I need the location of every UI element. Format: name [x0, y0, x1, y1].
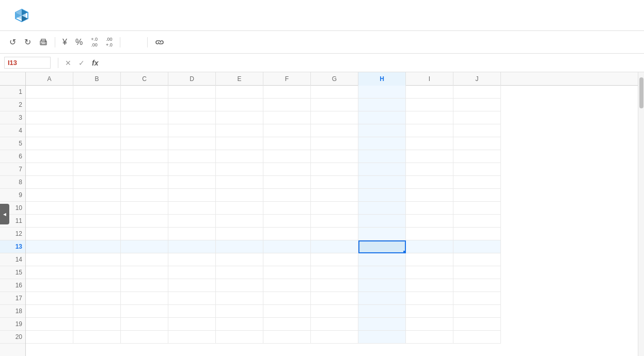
cell-A18[interactable] [26, 305, 73, 318]
cell-I3[interactable] [406, 111, 453, 124]
cell-H3[interactable] [358, 111, 406, 124]
formula-cancel-button[interactable]: ✕ [62, 58, 74, 68]
cell-E19[interactable] [216, 318, 263, 331]
cell-I17[interactable] [406, 292, 453, 305]
row-header-6[interactable]: 6 [0, 150, 25, 163]
cell-E9[interactable] [216, 189, 263, 202]
cell-I2[interactable] [406, 99, 453, 111]
col-header-D[interactable]: D [168, 72, 216, 86]
cell-I15[interactable] [406, 266, 453, 279]
cell-B19[interactable] [73, 318, 121, 331]
cell-B7[interactable] [73, 163, 121, 176]
cell-J3[interactable] [453, 111, 501, 124]
cell-E1[interactable] [216, 86, 263, 99]
cell-H14[interactable] [358, 253, 406, 266]
cell-E2[interactable] [216, 99, 263, 111]
cell-G10[interactable] [311, 202, 358, 215]
cell-J9[interactable] [453, 189, 501, 202]
cell-J5[interactable] [453, 137, 501, 150]
formula-confirm-button[interactable]: ✓ [76, 58, 87, 68]
cell-I4[interactable] [406, 124, 453, 137]
cell-B20[interactable] [73, 331, 121, 344]
cell-B5[interactable] [73, 137, 121, 150]
cell-B18[interactable] [73, 305, 121, 318]
cell-A16[interactable] [26, 279, 73, 292]
cell-A12[interactable] [26, 228, 73, 240]
cell-B1[interactable] [73, 86, 121, 99]
cell-I10[interactable] [406, 202, 453, 215]
cell-reference-input[interactable] [4, 57, 51, 69]
cell-C16[interactable] [121, 279, 168, 292]
col-header-B[interactable]: B [73, 72, 121, 86]
cell-H12[interactable] [358, 228, 406, 240]
cell-D8[interactable] [168, 176, 216, 189]
cell-I1[interactable] [406, 86, 453, 99]
cell-C17[interactable] [121, 292, 168, 305]
cell-I20[interactable] [406, 331, 453, 344]
cell-H11[interactable] [358, 215, 406, 228]
cell-E8[interactable] [216, 176, 263, 189]
cell-E11[interactable] [216, 215, 263, 228]
cell-F18[interactable] [263, 305, 311, 318]
cell-F7[interactable] [263, 163, 311, 176]
cell-D15[interactable] [168, 266, 216, 279]
cell-E4[interactable] [216, 124, 263, 137]
cell-G2[interactable] [311, 99, 358, 111]
side-tab[interactable]: ◂ [0, 204, 9, 224]
col-header-C[interactable]: C [121, 72, 168, 86]
vertical-scrollbar[interactable] [638, 72, 644, 356]
row-header-3[interactable]: 3 [0, 111, 25, 124]
cell-G14[interactable] [311, 253, 358, 266]
cell-C18[interactable] [121, 305, 168, 318]
font-dropdown[interactable] [135, 40, 143, 44]
cell-J18[interactable] [453, 305, 501, 318]
row-header-13[interactable]: 13 [0, 240, 25, 253]
cell-H15[interactable] [358, 266, 406, 279]
cell-I8[interactable] [406, 176, 453, 189]
cell-C13[interactable] [121, 240, 168, 253]
cell-I12[interactable] [406, 228, 453, 240]
cell-E5[interactable] [216, 137, 263, 150]
cell-C14[interactable] [121, 253, 168, 266]
cell-F19[interactable] [263, 318, 311, 331]
cell-J15[interactable] [453, 266, 501, 279]
cell-J4[interactable] [453, 124, 501, 137]
cell-F8[interactable] [263, 176, 311, 189]
cell-B12[interactable] [73, 228, 121, 240]
cell-F15[interactable] [263, 266, 311, 279]
cell-I19[interactable] [406, 318, 453, 331]
cell-H10[interactable] [358, 202, 406, 215]
cell-J13[interactable] [453, 240, 501, 253]
cell-H17[interactable] [358, 292, 406, 305]
cell-D18[interactable] [168, 305, 216, 318]
cell-D9[interactable] [168, 189, 216, 202]
cell-B8[interactable] [73, 176, 121, 189]
cell-I5[interactable] [406, 137, 453, 150]
cell-D7[interactable] [168, 163, 216, 176]
cell-D16[interactable] [168, 279, 216, 292]
cell-B11[interactable] [73, 215, 121, 228]
cell-H13[interactable] [358, 240, 406, 253]
cell-J19[interactable] [453, 318, 501, 331]
cell-A5[interactable] [26, 137, 73, 150]
scrollbar-thumb[interactable] [639, 77, 643, 108]
more-button[interactable] [627, 40, 638, 44]
cell-D2[interactable] [168, 99, 216, 111]
cell-F3[interactable] [263, 111, 311, 124]
cell-D14[interactable] [168, 253, 216, 266]
cell-B15[interactable] [73, 266, 121, 279]
cell-J12[interactable] [453, 228, 501, 240]
cell-A3[interactable] [26, 111, 73, 124]
cell-G15[interactable] [311, 266, 358, 279]
cell-F10[interactable] [263, 202, 311, 215]
cell-C9[interactable] [121, 189, 168, 202]
cell-E18[interactable] [216, 305, 263, 318]
col-header-I[interactable]: I [406, 72, 453, 86]
cell-G20[interactable] [311, 331, 358, 344]
row-header-9[interactable]: 9 [0, 189, 25, 202]
cell-A4[interactable] [26, 124, 73, 137]
cell-F14[interactable] [263, 253, 311, 266]
cell-F9[interactable] [263, 189, 311, 202]
decimal-dec-button[interactable]: +.0.00 [88, 35, 101, 50]
row-header-2[interactable]: 2 [0, 99, 25, 111]
